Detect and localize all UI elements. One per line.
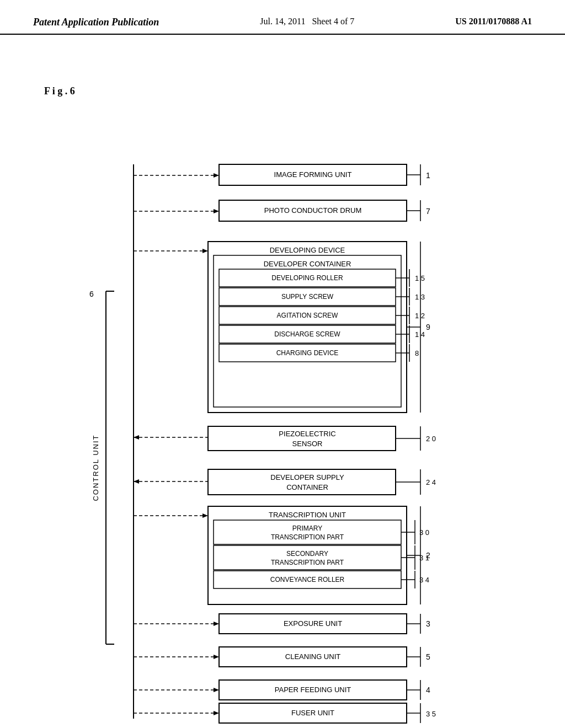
svg-marker-70 (214, 688, 219, 692)
developing-device-label: DEVELOPING DEVICE (270, 246, 345, 254)
primary-transcription-label: PRIMARY (292, 524, 322, 532)
ref-14: 1 4 (415, 330, 425, 339)
ref-7: 7 (426, 207, 430, 216)
agitation-screw-label: AGITATION SCREW (277, 312, 339, 319)
ref-30: 3 0 (419, 528, 429, 537)
patent-svg: CONTROL UNIT 6 IMAGE FORMING UNIT 1 PHOT… (56, 145, 509, 728)
supply-screw-label: SUPPLY SCREW (281, 293, 334, 301)
ref-8: 8 (415, 349, 419, 357)
ref-12: 1 2 (415, 312, 425, 320)
patent-header: Patent Application Publication Jul. 14, … (0, 0, 565, 35)
ref-1: 1 (426, 171, 430, 180)
ref-3: 3 (426, 619, 430, 628)
svg-marker-36 (134, 435, 139, 440)
piezoelectric-sensor-label2: SENSOR (292, 440, 323, 448)
diagram-area: CONTROL UNIT 6 IMAGE FORMING UNIT 1 PHOT… (56, 145, 509, 728)
svg-marker-5 (214, 173, 219, 178)
svg-marker-65 (214, 655, 219, 659)
charging-device-label: CHARGING DEVICE (276, 349, 339, 357)
developer-supply-container-label2: CONTAINER (286, 483, 328, 491)
ref-31: 3 1 (419, 554, 429, 562)
svg-marker-15 (202, 249, 208, 253)
fuser-unit-label: FUSER UNIT (291, 709, 334, 717)
discharge-screw-label: DISCHARGE SCREW (274, 330, 340, 338)
ref-34: 3 4 (419, 576, 429, 584)
photo-conductor-drum-label: PHOTO CONDUCTOR DRUM (264, 206, 361, 215)
svg-marker-60 (214, 622, 219, 626)
exposure-unit-label: EXPOSURE UNIT (284, 619, 342, 628)
publication-label: Patent Application Publication (33, 17, 159, 28)
svg-marker-46 (202, 513, 208, 518)
header-date-sheet: Jul. 14, 2011 Sheet 4 of 7 (260, 17, 354, 26)
developing-roller-label: DEVELOPING ROLLER (271, 274, 343, 282)
transcription-unit-label: TRANSCRIPTION UNIT (269, 511, 346, 519)
control-unit-label: CONTROL UNIT (92, 434, 100, 501)
patent-number: US 2011/0170888 A1 (455, 17, 532, 26)
ref-35: 3 5 (426, 710, 436, 718)
developer-supply-container-label: DEVELOPER SUPPLY (270, 473, 344, 481)
figure-label: F i g . 6 (44, 85, 75, 97)
conveyance-roller-label: CONVEYANCE ROLLER (270, 576, 345, 584)
svg-marker-75 (214, 711, 219, 715)
ref-5: 5 (426, 652, 430, 661)
label-6: 6 (89, 290, 94, 298)
developer-container-label: DEVELOPER CONTAINER (264, 260, 351, 268)
secondary-transcription-label: SECONDARY (286, 550, 328, 558)
ref-9: 9 (426, 323, 430, 331)
cleaning-unit-label: CLEANING UNIT (285, 652, 340, 661)
ref-13: 1 3 (415, 293, 425, 301)
image-forming-unit-label: IMAGE FORMING UNIT (274, 170, 352, 179)
ref-20: 2 0 (426, 435, 436, 443)
svg-marker-10 (214, 209, 219, 213)
ref-15: 1 5 (415, 274, 425, 282)
ref-24: 2 4 (426, 478, 436, 486)
paper-feeding-unit-label: PAPER FEEDING UNIT (275, 686, 351, 694)
piezoelectric-sensor-label: PIEZOELECTRIC (279, 430, 335, 438)
svg-marker-41 (134, 479, 139, 484)
ref-4: 4 (426, 686, 430, 694)
secondary-transcription-label2: TRANSCRIPTION PART (271, 559, 344, 566)
primary-transcription-label2: TRANSCRIPTION PART (271, 533, 344, 541)
